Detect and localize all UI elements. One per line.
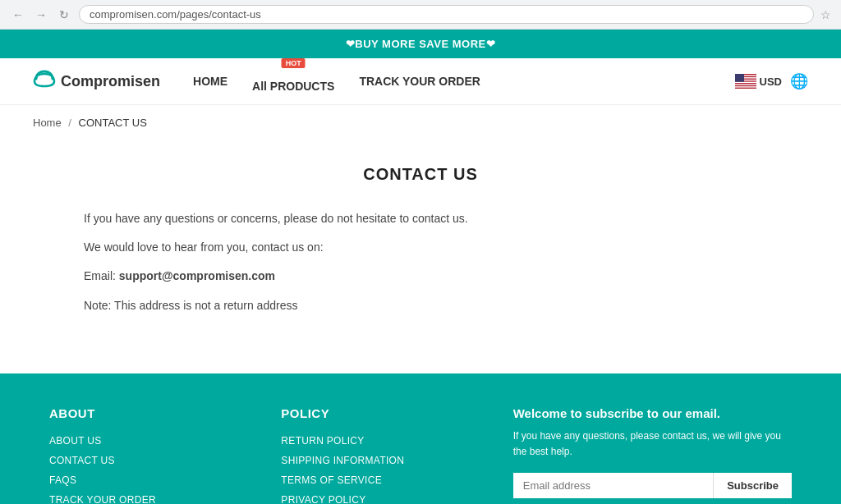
contact-note: Note: This address is not a return addre… — [84, 296, 757, 316]
footer-about-col: ABOUT ABOUT US CONTACT US FAQS TRACK YOU… — [49, 406, 248, 504]
forward-button[interactable]: → — [33, 7, 49, 23]
svg-rect-6 — [735, 86, 756, 87]
back-button[interactable]: ← — [10, 7, 26, 23]
footer-policy-col: POLICY RETURN POLICY SHIPPING INFORMATIO… — [281, 406, 480, 504]
url-text: compromisen.com/pages/contact-us — [90, 8, 261, 21]
currency-text: USD — [760, 76, 782, 88]
main-nav: HOME HOT All PRODUCTS TRACK YOUR ORDER — [193, 70, 735, 93]
currency-selector[interactable]: USD — [735, 74, 782, 89]
svg-rect-7 — [735, 74, 744, 82]
contact-line1: If you have any questions or concerns, p… — [84, 208, 757, 229]
logo-text: Compromisen — [61, 73, 160, 90]
breadcrumb-separator: / — [68, 117, 71, 129]
promo-bar: ❤BUY MORE SAVE MORE❤ — [0, 30, 841, 58]
hot-badge: HOT — [282, 58, 306, 68]
svg-rect-4 — [735, 82, 756, 83]
nav-all-products[interactable]: HOT All PRODUCTS — [252, 70, 334, 93]
footer-contact-us[interactable]: CONTACT US — [49, 455, 248, 466]
contact-line2: We would love to hear from you, contact … — [84, 237, 757, 258]
subscribe-button[interactable]: Subscribe — [713, 473, 792, 498]
logo[interactable]: Compromisen — [33, 70, 160, 93]
breadcrumb: Home / CONTACT US — [0, 105, 841, 140]
footer-policy-title: POLICY — [281, 406, 480, 420]
nav-track-order-label: TRACK YOUR ORDER — [359, 75, 480, 88]
breadcrumb-home[interactable]: Home — [33, 117, 62, 129]
email-label: Email: — [84, 269, 119, 282]
svg-rect-5 — [735, 84, 756, 85]
header-right: USD 🌐 — [735, 72, 808, 90]
nav-home-label: HOME — [193, 75, 227, 88]
nav-all-products-label: All PRODUCTS — [252, 80, 334, 93]
footer-shipping-info[interactable]: SHIPPING INFORMATION — [281, 455, 480, 466]
nav-home[interactable]: HOME — [193, 75, 227, 88]
email-input[interactable] — [513, 473, 713, 498]
bookmark-icon[interactable]: ☆ — [820, 8, 831, 21]
subscribe-form: Subscribe — [513, 473, 792, 498]
footer-subscribe-col: Welcome to subscribe to our email. If yo… — [513, 406, 792, 504]
footer-track-order[interactable]: TRACK YOUR ORDER — [49, 494, 248, 504]
page-title: CONTACT US — [84, 165, 757, 184]
footer-subscribe-desc: If you have any questions, please contac… — [513, 428, 792, 460]
footer-return-policy[interactable]: RETURN POLICY — [281, 435, 480, 447]
browser-chrome: ← → ↻ compromisen.com/pages/contact-us ☆ — [0, 0, 841, 30]
refresh-button[interactable]: ↻ — [56, 7, 72, 23]
main-content: CONTACT US If you have any questions or … — [51, 140, 790, 373]
footer-about-us[interactable]: ABOUT US — [49, 435, 248, 447]
breadcrumb-current: CONTACT US — [79, 117, 147, 129]
us-flag-icon — [735, 74, 756, 89]
email-address: support@compromisen.com — [119, 269, 275, 282]
nav-track-order[interactable]: TRACK YOUR ORDER — [359, 75, 480, 88]
footer: ABOUT ABOUT US CONTACT US FAQS TRACK YOU… — [0, 373, 841, 504]
contact-email-line: Email: support@compromisen.com — [84, 266, 757, 286]
promo-text: ❤BUY MORE SAVE MORE❤ — [346, 38, 495, 50]
globe-icon[interactable]: 🌐 — [790, 72, 808, 90]
footer-privacy[interactable]: PRIVACY POLICY — [281, 494, 480, 504]
footer-faqs[interactable]: FAQS — [49, 474, 248, 486]
footer-terms[interactable]: TERMS OF SERVICE — [281, 474, 480, 486]
logo-icon — [33, 70, 56, 93]
url-bar[interactable]: compromisen.com/pages/contact-us — [79, 5, 814, 24]
header: Compromisen HOME HOT All PRODUCTS TRACK … — [0, 58, 841, 105]
footer-about-title: ABOUT — [49, 406, 248, 420]
footer-subscribe-title: Welcome to subscribe to our email. — [513, 406, 792, 420]
